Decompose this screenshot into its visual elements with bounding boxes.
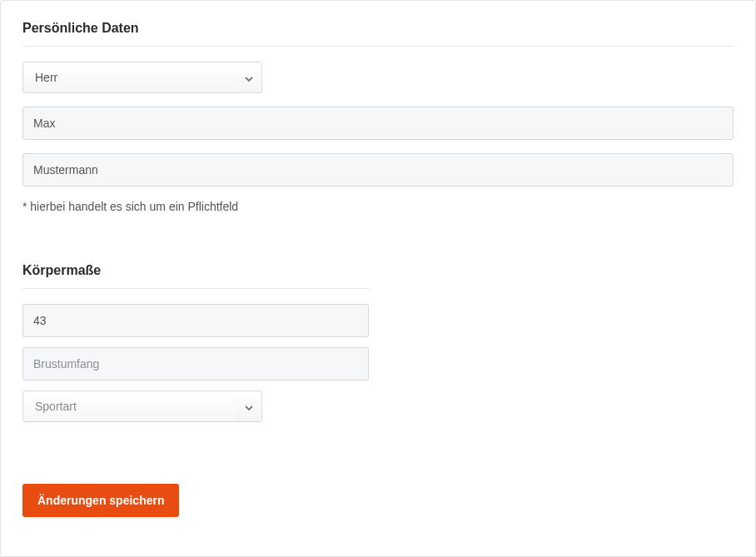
divider: [22, 288, 369, 289]
chevron-down-icon: [245, 400, 253, 413]
sport-dropdown-arrow[interactable]: [236, 391, 261, 421]
salutation-dropdown-arrow[interactable]: [236, 62, 261, 92]
last-name-input[interactable]: [22, 153, 734, 186]
body-measurements-section: Körpermaße Sportart: [22, 263, 369, 422]
profile-panel: Persönliche Daten Herr * hierbei handelt…: [0, 0, 756, 557]
sport-select[interactable]: Sportart: [22, 390, 262, 422]
save-button[interactable]: Änderungen speichern: [22, 484, 179, 517]
form-actions: Änderungen speichern: [22, 484, 734, 517]
first-name-input[interactable]: [22, 107, 734, 140]
personal-data-title: Persönliche Daten: [22, 21, 734, 36]
required-hint: * hierbei handelt es sich um ein Pflicht…: [22, 200, 734, 213]
salutation-value[interactable]: Herr: [23, 62, 236, 92]
chest-input[interactable]: [22, 347, 369, 380]
salutation-select[interactable]: Herr: [22, 62, 262, 93]
sport-value[interactable]: Sportart: [23, 391, 236, 421]
divider: [22, 46, 734, 47]
size-input[interactable]: [22, 304, 369, 337]
body-measurements-title: Körpermaße: [22, 263, 369, 278]
chevron-down-icon: [245, 72, 253, 84]
